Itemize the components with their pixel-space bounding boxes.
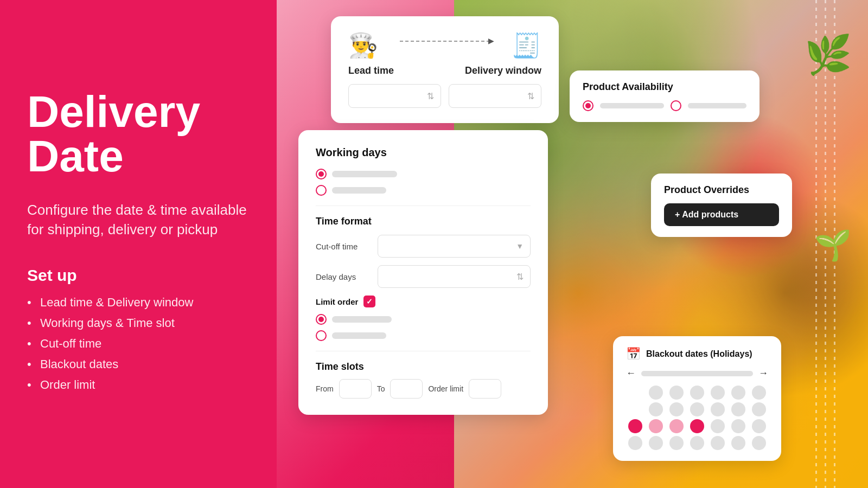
next-month-button[interactable]: → <box>758 368 768 379</box>
cal-cell[interactable] <box>690 386 704 400</box>
labels-row: Lead time Delivery window <box>348 65 541 76</box>
radio-avail-2[interactable] <box>671 100 681 111</box>
radio-bar-2 <box>332 187 386 194</box>
order-limit-label: Order limit <box>428 384 463 393</box>
cal-cell[interactable] <box>752 402 766 416</box>
delivery-icon-box: 🧾 <box>512 31 541 60</box>
cal-cell[interactable] <box>731 402 745 416</box>
product-overrides-title: Product Overrides <box>664 184 779 196</box>
radio-row-1[interactable] <box>316 169 531 179</box>
working-days-title: Working days <box>316 146 531 159</box>
cal-cell-pink[interactable] <box>690 419 704 433</box>
avail-bar-2 <box>688 103 746 108</box>
add-products-button[interactable]: + Add products <box>664 203 779 226</box>
setup-list: Lead time & Delivery window Working days… <box>27 296 250 399</box>
delay-days-row: Delay days ⇅ <box>316 265 531 288</box>
stepper-icon-1: ⇅ <box>427 91 434 101</box>
radio-row-2[interactable] <box>316 185 531 196</box>
cut-off-time-row: Cut-off time ▼ <box>316 235 531 258</box>
limit-order-row: Limit order ✓ <box>316 296 531 307</box>
left-panel: Delivery Date Configure the date & time … <box>0 0 277 488</box>
list-item: Cut-off time <box>27 337 250 351</box>
cal-cell[interactable] <box>731 436 745 450</box>
right-panel: 🌿 🌱 👨‍🍳 🧾 Lead time Delivery window ⇅ ⇅ <box>277 0 868 488</box>
stepper-icon-delay: ⇅ <box>516 272 524 282</box>
cal-cell <box>628 386 642 400</box>
radio-working-2[interactable] <box>316 185 327 196</box>
plant-decoration-mid: 🌱 <box>814 228 852 263</box>
cal-cell-light-pink[interactable] <box>649 419 663 433</box>
cal-cell-light-pink[interactable] <box>669 419 684 433</box>
stepper-icon-2: ⇅ <box>527 91 534 101</box>
card-working-days: Working days Time format Cut-off time ▼ … <box>298 130 548 415</box>
limit-order-checkbox[interactable]: ✓ <box>363 296 375 307</box>
chef-icon: 👨‍🍳 <box>348 31 378 60</box>
delay-label: Delay days <box>316 272 370 281</box>
card-blackout-dates: 📅 Blackout dates (Holidays) ← → <box>613 336 781 461</box>
setup-title: Set up <box>27 266 250 285</box>
list-item: Working days & Time slot <box>27 316 250 330</box>
cal-cell[interactable] <box>752 386 766 400</box>
radio-bar-1 <box>332 171 397 177</box>
lead-time-label: Lead time <box>348 65 394 76</box>
cal-cell[interactable] <box>649 436 663 450</box>
card-product-overrides: Product Overrides + Add products <box>651 174 792 237</box>
cal-cell[interactable] <box>711 402 725 416</box>
limit-radio-bar-2 <box>332 332 386 339</box>
cal-cell[interactable] <box>711 419 725 433</box>
limit-order-label: Limit order <box>316 297 358 306</box>
cal-cell[interactable] <box>669 386 684 400</box>
lead-time-input[interactable]: ⇅ <box>348 84 441 108</box>
cal-cell[interactable] <box>690 436 704 450</box>
cal-cell[interactable] <box>669 436 684 450</box>
cal-cell[interactable] <box>669 402 684 416</box>
radio-working-1[interactable] <box>316 169 327 179</box>
time-format-title: Time format <box>316 216 531 227</box>
radio-avail-1[interactable] <box>583 100 593 111</box>
cal-cell-pink[interactable] <box>628 419 642 433</box>
blackout-title: Blackout dates (Holidays) <box>646 349 752 359</box>
cal-cell[interactable] <box>711 386 725 400</box>
limit-radio-bar-1 <box>332 316 392 323</box>
cal-cell[interactable] <box>731 419 745 433</box>
plant-decoration-top: 🌿 <box>805 33 852 77</box>
cut-off-select[interactable]: ▼ <box>378 235 531 258</box>
cal-cell[interactable] <box>752 436 766 450</box>
order-limit-input[interactable] <box>469 379 501 399</box>
cal-cell[interactable] <box>752 419 766 433</box>
arrow-dashed <box>400 41 490 42</box>
cal-cell[interactable] <box>649 402 663 416</box>
list-item: Order limit <box>27 378 250 392</box>
cal-cell[interactable] <box>711 436 725 450</box>
list-item: Blackout dates <box>27 357 250 371</box>
dropdown-arrow-cutoff: ▼ <box>516 242 524 251</box>
icons-row: 👨‍🍳 🧾 <box>348 31 541 60</box>
card-lead-time: 👨‍🍳 🧾 Lead time Delivery window ⇅ ⇅ <box>331 16 559 123</box>
from-label: From <box>316 384 334 393</box>
blackout-nav: ← → <box>626 368 768 379</box>
delivery-icon: 🧾 <box>512 31 541 60</box>
radio-limit-1[interactable] <box>316 314 327 325</box>
to-input[interactable] <box>390 379 423 399</box>
avail-row <box>583 100 746 111</box>
from-input[interactable] <box>339 379 372 399</box>
time-slots-row: From To Order limit <box>316 379 531 399</box>
cal-cell[interactable] <box>628 436 642 450</box>
to-label: To <box>377 384 385 393</box>
avail-bar-1 <box>600 103 664 108</box>
radio-limit-2[interactable] <box>316 330 327 341</box>
calendar-icon: 📅 <box>626 347 641 361</box>
cal-cell[interactable] <box>731 386 745 400</box>
delay-days-input[interactable]: ⇅ <box>378 265 531 288</box>
limit-radio-row-1[interactable] <box>316 314 531 325</box>
cal-cell[interactable] <box>649 386 663 400</box>
subtitle-text: Configure the date & time available for … <box>27 200 250 240</box>
calendar-grid <box>626 386 768 450</box>
product-avail-title: Product Availability <box>583 81 746 93</box>
card-product-availability: Product Availability <box>570 70 760 122</box>
cal-cell[interactable] <box>690 402 704 416</box>
delivery-window-input[interactable]: ⇅ <box>449 84 541 108</box>
time-slots-title: Time slots <box>316 361 531 373</box>
limit-radio-row-2[interactable] <box>316 330 531 341</box>
prev-month-button[interactable]: ← <box>626 368 636 379</box>
